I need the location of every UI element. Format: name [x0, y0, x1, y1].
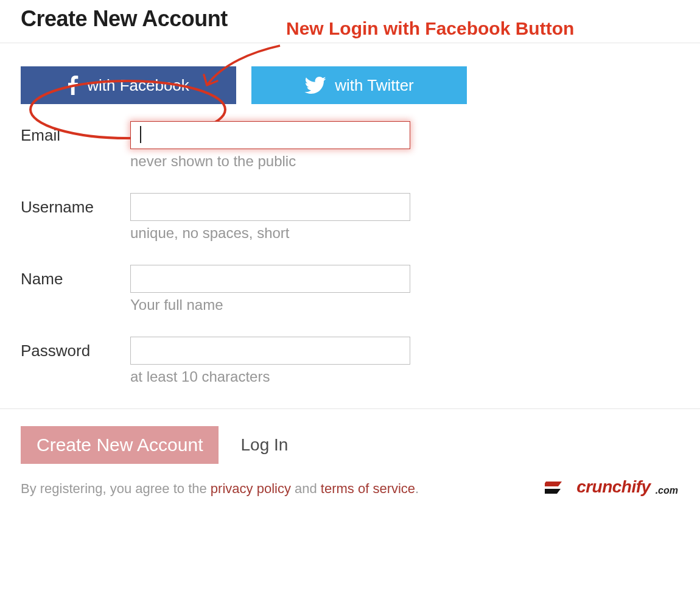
terms-of-service-link[interactable]: terms of service: [321, 481, 415, 496]
password-row: Password at least 10 characters: [21, 337, 700, 385]
brand-logo: crunchify.com: [545, 477, 678, 497]
facebook-icon: [68, 75, 79, 95]
password-field[interactable]: [130, 337, 410, 365]
brand-name: crunchify: [576, 477, 651, 497]
facebook-button-label: with Facebook: [87, 76, 189, 95]
email-row: Email never shown to the public: [21, 121, 700, 170]
social-login-row: with Facebook with Twitter: [0, 43, 700, 121]
email-label: Email: [21, 121, 130, 145]
brand-suffix: .com: [656, 485, 678, 496]
login-with-facebook-button[interactable]: with Facebook: [21, 66, 236, 104]
legal-middle: and: [291, 481, 321, 496]
privacy-policy-link[interactable]: privacy policy: [211, 481, 291, 496]
email-field[interactable]: [130, 121, 410, 149]
legal-prefix: By registering, you agree to the: [21, 481, 211, 496]
name-hint: Your full name: [130, 296, 410, 314]
password-hint: at least 10 characters: [130, 368, 410, 385]
login-with-twitter-button[interactable]: with Twitter: [251, 66, 467, 104]
name-label: Name: [21, 265, 130, 289]
text-caret: [140, 126, 141, 143]
brand-mark-icon: [545, 478, 572, 496]
name-row: Name Your full name: [21, 265, 700, 314]
username-field[interactable]: [130, 193, 410, 221]
email-hint: never shown to the public: [130, 153, 410, 170]
name-field[interactable]: [130, 265, 410, 293]
login-link[interactable]: Log In: [240, 435, 288, 455]
create-account-button[interactable]: Create New Account: [21, 426, 219, 464]
page-title: Create New Account: [21, 6, 700, 32]
twitter-button-label: with Twitter: [335, 76, 414, 95]
signup-form: Email never shown to the public Username…: [0, 121, 700, 385]
username-label: Username: [21, 193, 130, 217]
username-row: Username unique, no spaces, short: [21, 193, 700, 242]
password-label: Password: [21, 337, 130, 360]
username-hint: unique, no spaces, short: [130, 225, 410, 242]
twitter-icon: [304, 77, 326, 94]
legal-suffix: .: [415, 481, 419, 496]
